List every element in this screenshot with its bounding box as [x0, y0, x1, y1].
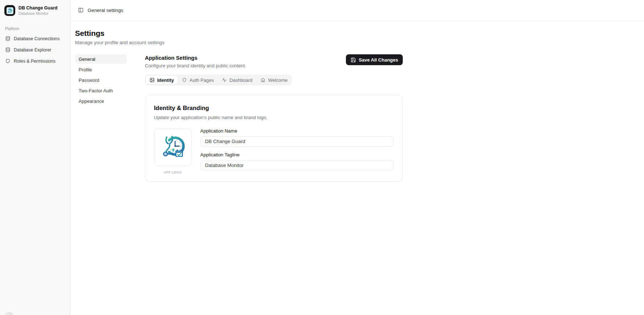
database-icon	[5, 36, 11, 41]
tab-identity[interactable]: Identity	[146, 76, 177, 84]
brand-name: DB Change Guard	[18, 5, 58, 10]
card-subtitle: Update your application's public name an…	[154, 115, 394, 120]
brand[interactable]: DB Change Guard Database Monitor	[4, 4, 66, 17]
sidebar-item-label: Database Connections	[14, 36, 59, 41]
application-tagline-label: Application Tagline	[200, 152, 394, 158]
tab-label: Dashboard	[229, 77, 252, 83]
card-title: Identity & Branding	[154, 105, 394, 112]
app-logo-preview[interactable]	[154, 128, 192, 166]
identity-branding-card: Identity & Branding Update your applicat…	[145, 95, 403, 182]
sidebar-item-database-connections[interactable]: Database Connections	[4, 34, 66, 43]
stethoscope-clock-logo	[158, 133, 187, 161]
panel-left-icon[interactable]	[78, 7, 84, 13]
save-all-changes-button[interactable]: Save All Changes	[346, 54, 403, 65]
application-tagline-input[interactable]	[200, 160, 394, 171]
settings-nav: General Profile Password Two-Factor Auth…	[75, 54, 127, 182]
settings-nav-two-factor-auth[interactable]: Two-Factor Auth	[75, 86, 127, 95]
settings-nav-label: Password	[79, 77, 99, 83]
section-title: Application Settings	[145, 55, 246, 61]
settings-nav-label: Two-Factor Auth	[79, 88, 113, 93]
shield-icon	[182, 77, 187, 83]
settings-nav-appearance[interactable]: Appearance	[75, 96, 127, 106]
sidebar-item-label: Database Explorer	[14, 47, 51, 52]
tab-bar: Identity Auth Pages	[145, 75, 292, 85]
shield-icon	[5, 58, 11, 64]
page-subtitle: Manage your profile and account settings	[75, 40, 644, 45]
topbar: General settings	[70, 0, 644, 21]
content: Settings Manage your profile and account…	[70, 21, 644, 182]
settings-main: Application Settings Configure your bran…	[145, 54, 403, 182]
sidebar-nav: Database Connections Database Explorer R…	[4, 34, 66, 66]
sidebar-section-label: Platform	[5, 26, 65, 31]
home-icon	[260, 77, 265, 83]
tab-auth-pages[interactable]: Auth Pages	[178, 76, 217, 84]
application-name-input[interactable]	[200, 136, 394, 147]
tab-welcome[interactable]: Welcome	[257, 76, 291, 84]
breadcrumb: General settings	[88, 8, 123, 13]
app-logo-caption: APP LOGO	[154, 171, 192, 174]
database-icon	[5, 47, 11, 52]
tab-label: Identity	[157, 77, 174, 83]
tab-label: Welcome	[268, 77, 288, 83]
app-logo-icon	[4, 5, 15, 16]
tab-label: Auth Pages	[189, 77, 214, 83]
page-title: Settings	[75, 29, 644, 38]
settings-nav-label: Profile	[79, 67, 92, 72]
settings-nav-profile[interactable]: Profile	[75, 65, 127, 74]
save-button-label: Save All Changes	[359, 57, 398, 63]
settings-nav-password[interactable]: Password	[75, 75, 127, 85]
stethoscope-clock-mini-icon	[7, 8, 13, 13]
tab-dashboard[interactable]: Dashboard	[218, 76, 256, 84]
settings-nav-label: Appearance	[79, 98, 104, 104]
application-name-label: Application Name	[200, 128, 394, 134]
activity-icon	[222, 77, 227, 83]
settings-nav-general[interactable]: General	[75, 54, 127, 64]
sidebar: DB Change Guard Database Monitor Platfor…	[0, 0, 70, 315]
section-subtitle: Configure your brand identity and public…	[145, 63, 246, 68]
save-icon	[351, 57, 356, 63]
sidebar-item-label: Roles & Permissions	[14, 59, 55, 64]
sidebar-item-roles-permissions[interactable]: Roles & Permissions	[4, 56, 66, 66]
sidebar-item-database-explorer[interactable]: Database Explorer	[4, 45, 66, 55]
main-area: General settings Settings Manage your pr…	[70, 0, 644, 315]
brand-tagline: Database Monitor	[18, 11, 58, 16]
image-icon	[150, 77, 155, 83]
avatar[interactable]	[5, 312, 14, 315]
settings-nav-label: General	[79, 56, 95, 62]
